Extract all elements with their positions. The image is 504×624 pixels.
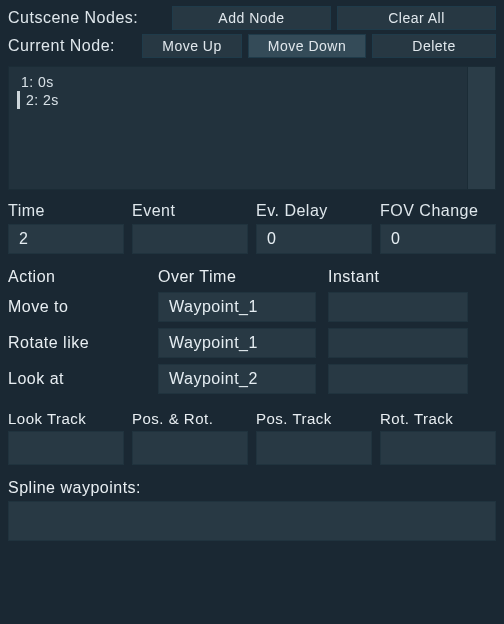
node-list-item[interactable]: 2: 2s xyxy=(17,91,487,109)
move-down-button[interactable]: Move Down xyxy=(248,34,366,58)
time-label: Time xyxy=(8,202,124,220)
look-track-label: Look Track xyxy=(8,410,124,427)
delete-button[interactable]: Delete xyxy=(372,34,496,58)
cutscene-nodes-label: Cutscene Nodes: xyxy=(8,9,166,27)
time-input[interactable]: 2 xyxy=(8,224,124,254)
rot-track-input[interactable] xyxy=(380,431,496,465)
pos-rot-label: Pos. & Rot. xyxy=(132,410,248,427)
pos-track-input[interactable] xyxy=(256,431,372,465)
pos-rot-input[interactable] xyxy=(132,431,248,465)
fov-change-input[interactable]: 0 xyxy=(380,224,496,254)
rotate-like-over-time-input[interactable]: Waypoint_1 xyxy=(158,328,316,358)
rot-track-label: Rot. Track xyxy=(380,410,496,427)
move-to-over-time-input[interactable]: Waypoint_1 xyxy=(158,292,316,322)
look-at-instant-input[interactable] xyxy=(328,364,468,394)
look-at-over-time-input[interactable]: Waypoint_2 xyxy=(158,364,316,394)
action-header: Action xyxy=(8,268,158,286)
current-node-label: Current Node: xyxy=(8,37,136,55)
ev-delay-label: Ev. Delay xyxy=(256,202,372,220)
rotate-like-instant-input[interactable] xyxy=(328,328,468,358)
clear-all-button[interactable]: Clear All xyxy=(337,6,496,30)
node-list-item[interactable]: 1: 0s xyxy=(17,73,487,91)
look-track-input[interactable] xyxy=(8,431,124,465)
move-to-instant-input[interactable] xyxy=(328,292,468,322)
action-look-at-label: Look at xyxy=(8,370,158,388)
event-input[interactable] xyxy=(132,224,248,254)
action-rotate-like-label: Rotate like xyxy=(8,334,158,352)
event-label: Event xyxy=(132,202,248,220)
move-up-button[interactable]: Move Up xyxy=(142,34,242,58)
fov-change-label: FOV Change xyxy=(380,202,496,220)
cutscene-editor-panel: Cutscene Nodes: Add Node Clear All Curre… xyxy=(0,0,504,547)
pos-track-label: Pos. Track xyxy=(256,410,372,427)
instant-header: Instant xyxy=(328,268,496,286)
spline-waypoints-label: Spline waypoints: xyxy=(8,479,496,497)
ev-delay-input[interactable]: 0 xyxy=(256,224,372,254)
action-move-to-label: Move to xyxy=(8,298,158,316)
node-list[interactable]: 1: 0s 2: 2s xyxy=(8,66,496,190)
scrollbar[interactable] xyxy=(467,67,495,189)
spline-waypoints-input[interactable] xyxy=(8,501,496,541)
over-time-header: Over Time xyxy=(158,268,328,286)
add-node-button[interactable]: Add Node xyxy=(172,6,331,30)
